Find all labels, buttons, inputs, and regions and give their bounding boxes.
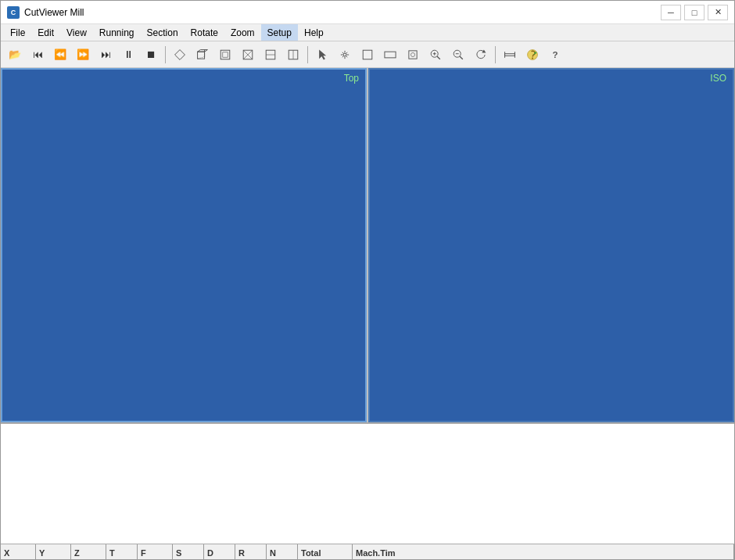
status-cell-z: Z — [71, 544, 106, 560]
svg-marker-0 — [175, 49, 185, 59]
svg-text:?: ? — [552, 49, 558, 59]
svg-rect-17 — [409, 50, 417, 58]
status-label-z: Z — [74, 548, 80, 558]
svg-marker-2 — [198, 49, 208, 52]
menu-item-help[interactable]: Help — [298, 24, 330, 41]
status-cell-d: D — [204, 544, 235, 560]
toolbar-separator-3 — [495, 46, 496, 63]
toolbar-rewind-button[interactable]: ⏮ — [27, 44, 48, 66]
window-controls: ─ □ ✕ — [661, 5, 728, 20]
status-label-y: Y — [39, 548, 45, 558]
minimize-button[interactable]: ─ — [661, 5, 681, 20]
viewport-iso[interactable]: ISO — [368, 68, 734, 422]
menu-item-file[interactable]: File — [4, 24, 31, 41]
menu-item-rotate[interactable]: Rotate — [185, 24, 224, 41]
status-cell-x: X — [1, 544, 36, 560]
svg-rect-5 — [220, 50, 230, 59]
toolbar-rotate-view-button[interactable] — [470, 44, 492, 66]
status-cell-total: Total — [298, 544, 353, 560]
status-bar: XYZTFSDRNTotalMach.Tim — [1, 544, 734, 560]
menu-item-zoom[interactable]: Zoom — [224, 24, 261, 41]
svg-point-31 — [532, 57, 533, 59]
svg-rect-27 — [505, 53, 515, 56]
toolbar-zoom-in-button[interactable] — [425, 44, 446, 66]
toolbar-measure-button[interactable] — [499, 44, 521, 66]
status-cell-y: Y — [36, 544, 71, 560]
viewport-iso-label: ISO — [710, 73, 726, 84]
toolbar-step-back-button[interactable]: ⏪ — [49, 44, 71, 66]
toolbar-view-box-wire-button[interactable] — [192, 44, 213, 66]
status-cell-t: T — [106, 544, 138, 560]
status-cell-s: S — [173, 544, 204, 560]
menu-item-running[interactable]: Running — [93, 24, 141, 41]
svg-rect-6 — [223, 52, 228, 56]
toolbar-step-forward-button[interactable]: ⏩ — [72, 44, 94, 66]
menu-bar: FileEditViewRunningSectionRotateZoomSetu… — [1, 24, 734, 41]
toolbar-select-tool-button[interactable] — [311, 44, 333, 66]
toolbar-zoom-window-button[interactable] — [379, 44, 401, 66]
viewports: Top ISO — [1, 68, 734, 422]
status-label-n: N — [270, 548, 276, 558]
status-label-r: R — [238, 548, 245, 558]
close-button[interactable]: ✕ — [708, 5, 728, 20]
svg-rect-15 — [363, 50, 372, 59]
app-icon: C — [7, 6, 20, 19]
status-label-total: Total — [301, 548, 321, 558]
maximize-button[interactable]: □ — [684, 5, 705, 20]
status-label-d: D — [207, 548, 213, 558]
status-label-x: X — [4, 548, 9, 558]
toolbar-fast-forward-button[interactable]: ⏭ — [95, 44, 117, 66]
toolbar-view-front-button[interactable] — [214, 44, 236, 66]
status-label-s: S — [176, 548, 181, 558]
toolbar-view-diamond-button[interactable] — [169, 44, 191, 66]
toolbar-zoom-fit-button[interactable] — [402, 44, 424, 66]
toolbar-tool-info-button[interactable] — [522, 44, 543, 66]
svg-rect-16 — [385, 52, 396, 58]
toolbar-view-right-button[interactable] — [282, 44, 304, 66]
toolbar-separator-2 — [307, 46, 308, 63]
svg-line-25 — [460, 56, 463, 59]
status-label-mach-tim: Mach.Tim — [356, 548, 396, 558]
toolbar-view-back-button[interactable] — [237, 44, 259, 66]
menu-item-section[interactable]: Section — [141, 24, 185, 41]
svg-point-14 — [343, 53, 346, 56]
status-cell-mach-tim: Mach.Tim — [353, 544, 734, 560]
toolbar-separator-1 — [165, 46, 166, 63]
toolbar-help-button[interactable]: ? — [544, 44, 566, 66]
toolbar-pause-button[interactable]: ⏸ — [117, 44, 139, 66]
toolbar-zoom-out-button[interactable] — [447, 44, 469, 66]
menu-item-setup[interactable]: Setup — [261, 24, 298, 41]
status-label-f: F — [141, 548, 146, 558]
toolbar-pan-tool-button[interactable] — [334, 44, 356, 66]
status-cell-f: F — [138, 544, 173, 560]
code-input[interactable] — [1, 424, 734, 544]
svg-point-18 — [411, 52, 414, 56]
status-cell-r: R — [235, 544, 267, 560]
svg-marker-26 — [482, 49, 486, 52]
status-label-t: T — [109, 548, 115, 558]
toolbar: 📂⏮⏪⏩⏭⏸⏹? — [1, 41, 734, 68]
menu-item-edit[interactable]: Edit — [31, 24, 60, 41]
svg-point-32 — [535, 52, 537, 54]
toolbar-view-left-button[interactable] — [260, 44, 281, 66]
code-area — [1, 422, 734, 544]
toolbar-stop-button[interactable]: ⏹ — [140, 44, 162, 66]
svg-line-22 — [437, 56, 440, 59]
toolbar-zoom-box-button[interactable] — [357, 44, 378, 66]
toolbar-open-button[interactable]: 📂 — [4, 44, 26, 66]
viewport-top-label: Top — [344, 73, 359, 84]
title-text: CutViewer Mill — [24, 7, 661, 18]
status-cell-n: N — [267, 544, 298, 560]
menu-item-view[interactable]: View — [60, 24, 93, 41]
main-content: Top ISO — [1, 68, 734, 544]
viewport-top[interactable]: Top — [1, 68, 367, 422]
title-bar: C CutViewer Mill ─ □ ✕ — [1, 1, 734, 24]
svg-rect-1 — [198, 52, 205, 59]
